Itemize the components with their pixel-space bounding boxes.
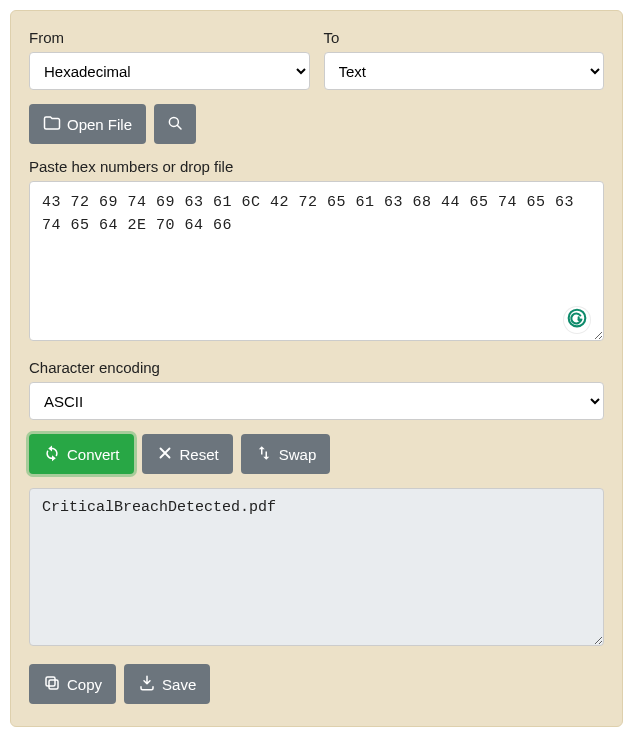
paste-label: Paste hex numbers or drop file [29, 158, 604, 175]
convert-label: Convert [67, 446, 120, 463]
action-buttons-row: Convert Reset Swap [29, 434, 604, 474]
file-buttons-row: Open File [29, 104, 604, 144]
copy-button[interactable]: Copy [29, 664, 116, 704]
download-icon [138, 674, 156, 695]
to-select[interactable]: Text [324, 52, 605, 90]
output-area[interactable] [29, 488, 604, 646]
reset-label: Reset [180, 446, 219, 463]
open-file-button[interactable]: Open File [29, 104, 146, 144]
from-col: From Hexadecimal [29, 29, 310, 90]
from-label: From [29, 29, 310, 46]
svg-rect-4 [46, 677, 55, 686]
save-label: Save [162, 676, 196, 693]
svg-rect-3 [49, 680, 58, 689]
folder-icon [43, 114, 61, 135]
output-buttons-row: Copy Save [29, 664, 604, 704]
encoding-label: Character encoding [29, 359, 604, 376]
grammarly-icon [567, 308, 587, 332]
to-label: To [324, 29, 605, 46]
svg-line-1 [177, 125, 181, 129]
grammarly-badge[interactable] [564, 307, 590, 333]
close-icon [156, 444, 174, 465]
refresh-icon [43, 444, 61, 465]
reset-button[interactable]: Reset [142, 434, 233, 474]
from-select[interactable]: Hexadecimal [29, 52, 310, 90]
search-button[interactable] [154, 104, 196, 144]
encoding-select[interactable]: ASCII [29, 382, 604, 420]
open-file-label: Open File [67, 116, 132, 133]
save-button[interactable]: Save [124, 664, 210, 704]
swap-label: Swap [279, 446, 317, 463]
converter-panel: From Hexadecimal To Text Open File Paste… [10, 10, 623, 727]
from-to-row: From Hexadecimal To Text [29, 29, 604, 90]
search-icon [166, 114, 184, 135]
input-wrap [29, 181, 604, 345]
swap-icon [255, 444, 273, 465]
swap-button[interactable]: Swap [241, 434, 331, 474]
hex-input[interactable] [29, 181, 604, 341]
copy-label: Copy [67, 676, 102, 693]
to-col: To Text [324, 29, 605, 90]
copy-icon [43, 674, 61, 695]
convert-button[interactable]: Convert [29, 434, 134, 474]
